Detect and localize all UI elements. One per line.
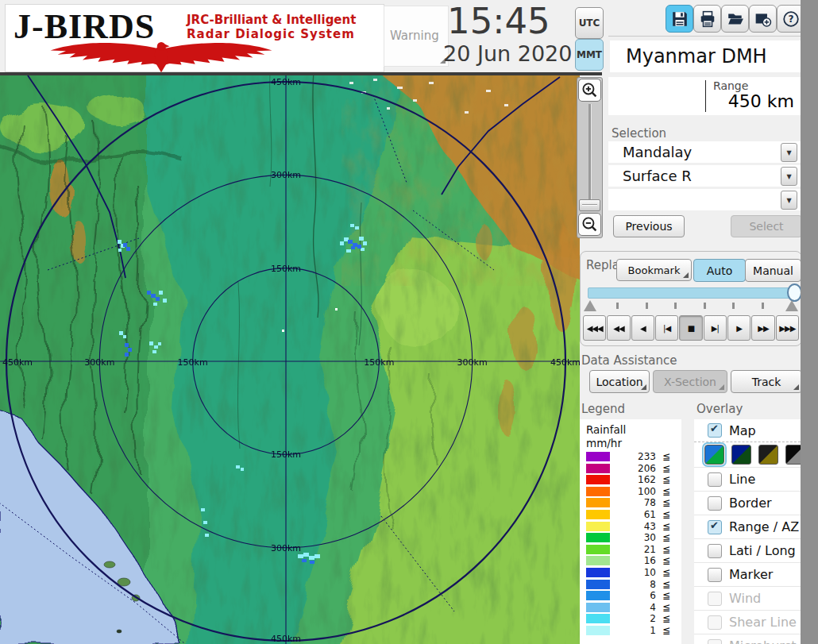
overlay-label: Overlay — [696, 402, 743, 416]
replay-timeline-slider[interactable] — [588, 287, 797, 299]
clock-date: 20 Jun 2020 — [443, 41, 578, 66]
rainfall-legend: Rainfall mm/hr 233≦206≦162≦100≦78≦61≦43≦… — [580, 419, 681, 644]
map-style-blue-green[interactable] — [704, 445, 724, 465]
timeline-end-marker[interactable] — [785, 300, 798, 311]
legend-value: 21 — [624, 544, 656, 555]
site-dropdown[interactable]: Mandalay ▼ — [608, 141, 801, 163]
timeline-tick — [704, 303, 706, 309]
step-forward-button[interactable]: ▶| — [704, 315, 727, 341]
legend-value: 100 — [624, 486, 656, 497]
location-button[interactable]: Location — [589, 370, 650, 393]
station-name: Myanmar DMH — [626, 45, 767, 67]
legend-operator: ≦ — [662, 451, 670, 462]
checkbox-icon[interactable] — [708, 544, 722, 558]
timeline-tick — [732, 303, 735, 309]
auto-button[interactable]: Auto — [693, 259, 746, 282]
panel-edge-strip[interactable] — [801, 0, 818, 644]
radar-map[interactable]: 150km150km150km150km300km300km300km300km… — [0, 75, 580, 644]
x-section-button[interactable]: X-Section — [653, 370, 727, 393]
legend-row: 206≦ — [580, 463, 681, 475]
checkbox-icon[interactable] — [708, 568, 722, 582]
select-button[interactable]: Select — [731, 215, 802, 237]
legend-color-swatch — [586, 614, 610, 623]
save-button[interactable] — [666, 5, 693, 33]
legend-color-swatch — [586, 452, 610, 461]
legend-row: 1≦ — [580, 625, 681, 637]
step-back-button[interactable]: |◀ — [655, 315, 678, 341]
zoom-in-button[interactable] — [578, 79, 601, 102]
chevron-down-icon[interactable]: ▼ — [781, 167, 797, 186]
legend-row: 162≦ — [580, 474, 681, 486]
svg-text:300km: 300km — [457, 357, 488, 368]
map-style-navy-darkgreen[interactable] — [731, 445, 751, 465]
location-label: Location — [596, 376, 642, 388]
chevron-down-icon[interactable]: ▼ — [781, 191, 797, 210]
map-style-black-gray[interactable] — [785, 445, 801, 465]
timeline-start-marker[interactable] — [584, 300, 596, 311]
legend-row: 10≦ — [580, 567, 681, 579]
track-button[interactable]: Track — [731, 370, 802, 393]
play-button[interactable]: ▶ — [727, 315, 750, 341]
print-button[interactable] — [693, 5, 721, 33]
checkbox-checked-icon[interactable] — [708, 520, 722, 534]
legend-row: 4≦ — [580, 602, 681, 614]
legend-operator: ≦ — [662, 579, 670, 590]
checkbox-checked-icon[interactable] — [708, 423, 722, 438]
utc-button[interactable]: UTC — [575, 7, 604, 39]
overlay-item-map[interactable]: Map — [694, 419, 801, 442]
legend-value: 206 — [624, 463, 656, 474]
playback-controls: ◀◀◀◀◀◀|◀■▶|▶▶▶▶▶▶ — [583, 315, 799, 341]
previous-button[interactable]: Previous — [613, 215, 685, 237]
overlay-item-shear-line[interactable]: Shear Line — [694, 610, 801, 634]
svg-text:150km: 150km — [271, 449, 301, 460]
option-dropdown[interactable]: ▼ — [608, 189, 801, 210]
overlay-item-lati-long[interactable]: Lati / Long — [694, 538, 801, 562]
overlay-item-wind[interactable]: Wind — [694, 586, 801, 610]
chevron-down-icon[interactable]: ▼ — [781, 143, 797, 162]
legend-operator: ≦ — [662, 463, 670, 474]
zoom-slider-handle[interactable] — [579, 199, 600, 211]
checkbox-icon[interactable] — [708, 496, 722, 511]
legend-color-swatch — [586, 545, 610, 554]
bookmark-button[interactable]: Bookmark — [616, 259, 692, 281]
warning-button[interactable]: Warning — [384, 6, 449, 67]
skip-to-end-button[interactable]: ▶▶▶ — [776, 315, 799, 341]
overlay-item-line[interactable]: Line — [694, 467, 801, 491]
checkbox-icon[interactable] — [708, 592, 722, 606]
mmt-button[interactable]: MMT — [575, 39, 604, 71]
eagle-logo-icon — [12, 40, 311, 73]
checkbox-icon[interactable] — [708, 639, 722, 644]
checkbox-icon[interactable] — [708, 615, 722, 630]
fast-rewind-button[interactable]: ◀◀ — [607, 315, 630, 341]
legend-operator: ≦ — [662, 590, 670, 601]
overlay-item-microburst[interactable]: Microburst — [694, 634, 801, 644]
replay-panel: Replay Bookmark Auto Manual ◀◀◀◀◀◀|◀■▶|▶… — [580, 251, 802, 346]
product-dropdown[interactable]: Surface R ▼ — [608, 165, 801, 187]
legend-color-swatch — [586, 475, 610, 484]
skip-to-start-button[interactable]: ◀◀◀ — [583, 315, 606, 341]
play-reverse-button[interactable]: ◀ — [631, 315, 654, 341]
menu-grip-icon — [683, 272, 689, 278]
legend-row: 30≦ — [580, 532, 681, 544]
map-style-black-olive[interactable] — [758, 445, 778, 465]
overlay-item-border[interactable]: Border — [694, 491, 801, 515]
open-folder-button[interactable] — [721, 5, 749, 33]
save-icon — [671, 10, 689, 28]
legend-operator: ≦ — [662, 486, 670, 497]
stop-button[interactable]: ■ — [679, 315, 702, 341]
svg-text:150km: 150km — [178, 357, 208, 368]
zoom-out-button[interactable] — [578, 213, 601, 236]
overlay-item-marker[interactable]: Marker — [694, 562, 801, 586]
menu-grip-icon — [793, 384, 799, 390]
fast-forward-button[interactable]: ▶▶ — [751, 315, 774, 341]
checkbox-icon[interactable] — [708, 472, 722, 487]
radar-map-canvas: 150km150km150km150km300km300km300km300km… — [0, 75, 580, 644]
open-folder-icon — [727, 10, 744, 28]
add-image-button[interactable] — [749, 5, 777, 33]
overlay-item-label: Marker — [729, 567, 773, 582]
zoom-slider-track[interactable] — [588, 104, 592, 201]
overlay-item-range-az[interactable]: Range / AZ — [694, 515, 801, 538]
svg-text:450km: 450km — [271, 77, 301, 87]
svg-text:450km: 450km — [271, 634, 301, 644]
manual-button[interactable]: Manual — [745, 259, 801, 282]
